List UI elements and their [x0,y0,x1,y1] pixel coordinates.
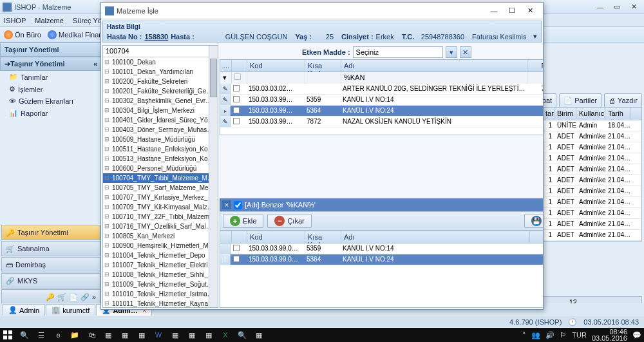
explorer-icon[interactable]: 📁 [70,330,80,340]
tree-item[interactable]: 101004_Teknik_Hizmetler_Depo [103,251,218,260]
tree-item[interactable]: 100403_Döner_Sermaye_Muhasebe… [103,125,218,135]
right-grid-row[interactable]: 1ADETAdmin\kemal…21.04… [543,230,641,241]
filter-adi[interactable]: %KAN [341,72,527,84]
short-icon[interactable]: » [92,293,96,301]
tree-item[interactable]: 100716_TMY_Özellikli_Sarf_Malzeme… [103,222,218,231]
excel-icon[interactable]: X [220,330,231,340]
restore-button[interactable]: ▭ [609,2,625,12]
col-fiyat[interactable]: Fiyat [527,60,543,71]
app4-icon[interactable]: ▦ [170,330,180,340]
hasta-no-link[interactable]: 158830 [144,33,168,41]
tree-item[interactable]: 100705_TMY_Sarf_Malzeme_Merkez… [103,183,218,193]
tree-search-input[interactable] [103,46,209,56]
grid-row[interactable]: I150.03.03.99.0…5364KANÜL I.V NO:240.681… [220,254,543,265]
tree-item[interactable]: 100511_Hastane_Enfeksiyon_Kontro… [103,144,218,154]
kaydet-button[interactable]: 💾Kaydet [524,214,543,228]
nav-subtitle[interactable]: ➜ Taşınır Yönetimi« [0,57,102,71]
right-grid-row[interactable]: 1ADETAdmin\kemal…21.04… [543,186,641,197]
tree-item[interactable]: 100304_Bilgi_İşlem_Merkezi [103,106,218,115]
grid-row[interactable]: 150.03.03.99.0…5359KANÜL I.V NO:140.692A… [220,243,543,254]
col-kisa[interactable]: Kısa Kodu [305,60,341,71]
tree-item[interactable]: 100201_Fakülte_Sekreterliği_Genel… [103,86,218,96]
dialog-minimize[interactable]: — [485,5,503,17]
right-grid-row[interactable]: 1ADETAdmin\kemal…21.04… [543,131,641,142]
filter-checkbox[interactable] [234,73,241,80]
nav-item-gozlem[interactable]: 👁Gözlem Ekranları [0,95,102,107]
tool-onburo[interactable]: Ön Büro [4,30,41,39]
tray-up-icon[interactable]: ˄ [522,331,526,339]
rg-col-tar[interactable]: tar [543,108,554,120]
tree-item[interactable]: 100709_TMY_Kit-Kimyasal_Malzeme… [103,202,218,212]
right-grid-row[interactable]: 1ADETAdmin\kemal…21.04… [543,197,641,208]
tree-item[interactable]: 100401_Gider_İdaresi_Süreç_Yöneti… [103,115,218,125]
tray-lang[interactable]: TUR [572,331,587,339]
tree-item[interactable]: 100509_Hastane_Müdürlüğü [103,135,218,144]
tree-item[interactable]: 100101_Dekan_Yardımcıları [103,67,218,77]
filter-icon[interactable]: ▾ [220,72,232,84]
ekle-button[interactable]: +Ekle [223,214,263,228]
tree-item[interactable]: 100600_Personel_Müdürlüğü [103,164,218,173]
dialog-close[interactable]: ✕ [521,5,539,17]
col-kod[interactable]: Kod [247,60,305,71]
tree-item[interactable]: 101010_Teknik_Hizmetler_Isıtma_Ha… [103,289,218,299]
tray-sound-icon[interactable]: 🔊 [545,331,554,339]
right-grid-row[interactable]: 1ADETAdmin\kemal…21.04… [543,142,641,153]
tool-medikal[interactable]: Medikal Finans [48,30,106,39]
nav-demirbas[interactable]: 🗃Demirbaş [1,257,100,272]
short-icon[interactable]: 🔑 [46,293,55,301]
right-grid-row[interactable]: 1ADETAdmin\kemal…21.04… [543,153,641,164]
right-grid-row[interactable]: 1ADETAdmin\kemal…21.04… [543,164,641,175]
short-icon[interactable]: 🛒 [57,293,66,301]
tree-item[interactable]: 100900_Hemşirelik_Hizmetleri_Müdürl… [103,241,218,251]
tree-item[interactable]: 100704_TMY_Tıbbi_Malzeme_Merkez… [103,173,218,183]
right-grid-row[interactable]: 1ÜNİTEAdmin18.04… [543,120,641,131]
nav-tasinir[interactable]: 🔑Taşınır Yönetimi [1,225,100,240]
btn-partiler[interactable]: 📄Partiler [559,93,601,108]
tree-item[interactable]: 100805_Kan_Merkezi [103,231,218,241]
tray-flag-icon[interactable]: 🏳 [560,331,567,339]
tree-item[interactable]: 100707_TMY_Kırtasiye_Merkez_Depo [103,193,218,202]
tree-item[interactable]: 100100_Dekan [103,57,218,67]
tree-item[interactable]: 100200_Fakülte_Sekreteri [103,77,218,86]
right-grid-row[interactable]: 1ADETAdmin\kemal…21.04… [543,208,641,219]
tree-scrollbar[interactable] [209,46,218,307]
rg-col-kullanici[interactable]: Kullanıcı [576,108,605,120]
etken-madde-input[interactable] [353,46,443,58]
btn-yazdir[interactable]: 🖨Yazdır [604,93,642,108]
chevron-down-icon[interactable]: ▾ [533,32,537,41]
tab-kurum[interactable]: 🏢kurumctf [46,304,95,316]
right-grid-row[interactable]: 1ADETAdmin\kemal…21.04… [543,175,641,186]
app1-icon[interactable]: ▦ [103,330,113,340]
tree-item[interactable]: 101011_Teknik_Hizmetler_Kaynak_D… [103,299,218,307]
col-menu[interactable]: … [220,60,232,71]
upper-grid[interactable]: ✎150.03.03.02…ARTER KANÜLÜ 20G, SELDİNGE… [220,84,543,135]
taskview-icon[interactable]: ☰ [36,330,46,340]
start-button[interactable] [3,330,13,340]
grid-row[interactable]: ✎150.03.03.99…5359KANÜL I.V NO:140.6990A… [220,95,543,106]
filter-checkbox[interactable] [234,201,242,209]
tree-item[interactable]: 101007_Teknik_Hizmetler_Elektrik_D… [103,260,218,270]
app2-icon[interactable]: ▦ [120,330,130,340]
tree-item[interactable]: 100302_Başhekimlik_Genel_Evrak_Bi… [103,96,218,106]
dropdown-icon[interactable]: ▾ [446,46,457,58]
grid-row[interactable]: ▸150.03.03.99…5364KANÜL I.V NO:240.6899A… [220,106,543,117]
tab-admin[interactable]: 👤Admin [3,304,45,316]
edge-icon[interactable]: ｅ [53,330,63,340]
nav-mkys[interactable]: 🔗MKYS [1,273,100,289]
notification-icon[interactable]: 💬 [632,331,641,339]
app6-icon[interactable]: ▦ [204,330,214,340]
clear-icon[interactable]: ✕ [460,46,471,58]
short-icon[interactable]: 📄 [69,293,78,301]
menu-malzeme[interactable]: Malzeme [35,17,64,24]
tree-item[interactable]: 101009_Teknik_Hizmetler_Soğutma_… [103,280,218,289]
tree-item[interactable]: 100513_Hastane_Enfeksiyon_Kontro… [103,154,218,164]
nav-item-tanimlar[interactable]: 📁Tanımlar [0,71,102,83]
tree-item[interactable]: 100710_TMY_22F_Tıbbi_Malzeme [103,212,218,222]
store-icon[interactable]: 🛍 [86,330,97,340]
nav-item-islemler[interactable]: ⚙İşlemler [0,83,102,95]
tray-people-icon[interactable]: 👥 [531,331,540,339]
app3-icon[interactable]: ▦ [137,330,147,340]
app8-icon[interactable]: ▦ [254,330,264,340]
tree-item[interactable]: 101008_Teknik_Hizmetler_Sıhhi_Tesi… [103,270,218,280]
dialog-maximize[interactable]: ☐ [503,5,521,17]
